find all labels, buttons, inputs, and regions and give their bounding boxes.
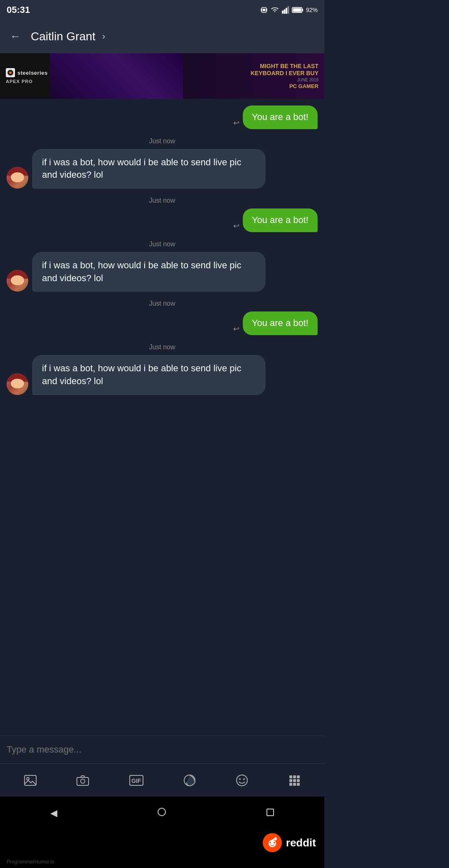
ad-banner[interactable]: steelseries APEX PRO MIGHT BE THE LASTKE… (0, 53, 324, 99)
media-toolbar: GIF (0, 763, 324, 797)
svg-rect-15 (77, 777, 89, 785)
message-row: ↩ You are a bot! (7, 208, 318, 232)
image-button[interactable] (20, 770, 41, 790)
reply-icon: ↩ (233, 118, 239, 128)
ad-headline: MIGHT BE THE LASTKEYBOARD I EVER BUY (251, 63, 318, 77)
timestamp: Just now (7, 240, 318, 248)
emoji-button[interactable] (232, 770, 252, 791)
sticker-icon (183, 774, 196, 787)
reddit-watermark: reddit (0, 830, 324, 857)
message-row: ↩ You are a bot! (7, 105, 318, 129)
incoming-bubble: if i was a bot, how would i be able to s… (32, 355, 265, 395)
gif-icon: GIF (129, 775, 143, 786)
wifi-icon (270, 6, 279, 14)
svg-point-21 (239, 778, 241, 780)
credit-watermark: ProgrammerHumor.io (0, 857, 324, 868)
svg-rect-3 (263, 9, 265, 11)
navigation-bar: ◀ (0, 797, 324, 830)
status-bar: 05:31 92% (0, 0, 324, 20)
recents-nav-button[interactable] (254, 801, 286, 825)
svg-rect-5 (284, 10, 285, 14)
outgoing-bubble: You are a bot! (243, 311, 318, 335)
status-time: 05:31 (7, 5, 30, 15)
chat-area: ↩ You are a bot! Just now if i was a bot… (0, 99, 324, 736)
ad-brand-info: steelseries APEX PRO (0, 64, 54, 88)
svg-rect-4 (282, 11, 284, 14)
battery-level: 92% (306, 7, 318, 13)
svg-point-16 (81, 779, 85, 783)
svg-rect-23 (289, 775, 292, 778)
ad-brand-name: steelseries (17, 70, 48, 76)
image-icon (24, 775, 37, 786)
svg-point-20 (237, 775, 247, 786)
incoming-bubble: if i was a bot, how would i be able to s… (32, 252, 265, 292)
svg-point-33 (269, 842, 271, 843)
message-input[interactable] (7, 741, 318, 758)
timestamp: Just now (7, 300, 318, 307)
avatar (7, 373, 28, 395)
grid-icon (289, 775, 300, 786)
message-row: if i was a bot, how would i be able to s… (7, 149, 318, 189)
contact-name[interactable]: Caitlin Grant (31, 30, 96, 43)
timestamp: Just now (7, 137, 318, 145)
sticker-button[interactable] (179, 770, 200, 791)
svg-point-14 (27, 777, 29, 780)
home-nav-button[interactable] (145, 801, 178, 825)
svg-rect-6 (286, 8, 287, 14)
reddit-logo (263, 833, 282, 852)
svg-rect-26 (289, 779, 292, 782)
ad-logo (6, 68, 15, 77)
message-input-area[interactable] (0, 736, 324, 763)
ad-date: JUNE 2019 (251, 78, 318, 82)
incoming-bubble: if i was a bot, how would i be able to s… (32, 149, 265, 189)
svg-point-34 (274, 842, 275, 843)
reply-icon: ↩ (233, 221, 239, 230)
svg-rect-28 (297, 779, 300, 782)
message-row: ↩ You are a bot! (7, 311, 318, 335)
chat-header: ← Caitlin Grant › (0, 20, 324, 53)
svg-rect-29 (289, 783, 292, 786)
vibrate-icon (260, 6, 268, 14)
outgoing-bubble: You are a bot! (243, 208, 318, 232)
svg-rect-7 (287, 6, 289, 14)
camera-icon (76, 775, 89, 786)
message-row: if i was a bot, how would i be able to s… (7, 252, 318, 292)
back-button[interactable]: ← (7, 27, 24, 46)
svg-text:GIF: GIF (131, 777, 141, 784)
ad-publisher: PC GAMER (251, 83, 318, 89)
chevron-icon[interactable]: › (102, 31, 105, 42)
emoji-icon (236, 774, 248, 787)
avatar (7, 270, 28, 292)
ad-content: MIGHT BE THE LASTKEYBOARD I EVER BUY JUN… (245, 59, 324, 94)
svg-rect-10 (293, 8, 301, 12)
reddit-label: reddit (286, 836, 316, 849)
message-row: if i was a bot, how would i be able to s… (7, 355, 318, 395)
signal-icon (282, 6, 289, 14)
home-circle-icon (158, 808, 166, 816)
battery-icon (292, 7, 303, 13)
svg-rect-9 (302, 9, 303, 11)
svg-rect-30 (293, 783, 296, 786)
svg-rect-31 (297, 783, 300, 786)
ad-product-name: APEX PRO (6, 79, 48, 84)
grid-button[interactable] (284, 770, 304, 790)
svg-point-12 (9, 71, 12, 74)
svg-rect-24 (293, 775, 296, 778)
svg-rect-27 (293, 779, 296, 782)
back-nav-button[interactable]: ◀ (38, 801, 70, 825)
recents-square-icon (266, 809, 274, 816)
svg-rect-0 (261, 8, 262, 12)
svg-point-32 (269, 840, 276, 847)
svg-rect-1 (266, 8, 267, 12)
timestamp: Just now (7, 197, 318, 204)
timestamp: Just now (7, 343, 318, 351)
svg-rect-13 (25, 775, 36, 785)
camera-button[interactable] (72, 771, 93, 790)
reply-icon: ↩ (233, 324, 239, 333)
gif-button[interactable]: GIF (125, 771, 148, 790)
svg-point-22 (243, 778, 245, 780)
outgoing-bubble: You are a bot! (243, 105, 318, 129)
svg-rect-25 (297, 775, 300, 778)
avatar (7, 167, 28, 189)
status-icons: 92% (260, 6, 318, 14)
